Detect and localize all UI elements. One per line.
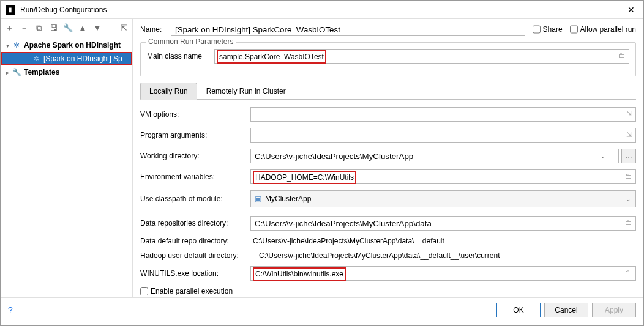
chevron-right-icon[interactable]: ▸ [3,69,12,76]
wrench-icon[interactable]: 🔧 [63,23,73,33]
tree-item-spark-config[interactable]: ✲ [Spark on HDInsight] Sp [1,52,132,65]
tree-item-spark-hdinsight[interactable]: ▾ ✲ Apache Spark on HDInsight [1,39,132,52]
window-title: Run/Debug Configurations [20,6,624,14]
chevron-down-icon[interactable]: ⌄ [601,153,605,159]
chevron-down-icon: ⌄ [626,196,631,202]
run-tabs: Locally Run Remotely Run in Cluster [140,83,636,100]
help-icon[interactable]: ? [8,305,13,315]
share-checkbox[interactable]: Share [533,23,563,36]
remove-icon[interactable]: － [19,23,29,33]
working-dir-label: Working directory: [140,152,250,160]
wrench-icon: 🔧 [12,67,21,77]
tree-label: Apache Spark on HDInsight [24,41,121,50]
spark-icon: ✲ [12,40,21,50]
vm-options-label: VM options: [140,110,250,119]
winutils-value: C:\WinUtils\bin\winutils.exe [253,267,346,281]
config-tree: ▾ ✲ Apache Spark on HDInsight ✲ [Spark o… [1,37,132,297]
allow-parallel-checkbox[interactable]: Allow parallel run [570,23,636,36]
sidebar: ＋ － ⧉ 🖫 🔧 ▲ ▼ ⇱ ▾ ✲ Apache Spark on HDIn… [1,19,133,297]
close-icon[interactable]: ✕ [624,5,638,15]
spark-icon: ✲ [31,54,41,64]
tab-remotely-run[interactable]: Remotely Run in Cluster [197,83,295,100]
data-default-label: Data default repo directory: [140,237,250,245]
env-vars-label: Environment variables: [140,172,250,181]
main-panel: Name: Share Allow parallel run Common Ru… [133,19,643,297]
titlebar: ▮ Run/Debug Configurations ✕ [1,1,643,19]
chevron-down-icon[interactable]: ▾ [3,42,12,49]
working-dir-input[interactable] [250,149,619,163]
apply-button[interactable]: Apply [592,303,636,317]
program-args-label: Program arguments: [140,131,250,139]
down-icon[interactable]: ▼ [92,23,102,33]
vm-options-input[interactable] [250,107,636,122]
module-icon: ▣ [255,194,261,203]
app-icon: ▮ [6,5,15,15]
tab-locally-run[interactable]: Locally Run [140,83,197,100]
classpath-label: Use classpath of module: [140,194,250,203]
hadoop-default-label: Hadoop user default directory: [140,251,256,260]
program-args-input[interactable] [250,128,636,143]
common-params-fieldset: Common Run Parameters Main class name sa… [140,42,636,76]
classpath-select[interactable]: ▣ MyClusterApp ⌄ [250,190,636,207]
name-label: Name: [140,25,171,34]
save-icon[interactable]: 🖫 [48,23,58,33]
enable-parallel-checkbox[interactable]: Enable parallel execution [140,287,636,295]
hadoop-default-value: C:\Users\v-jiche\IdeaProjects\MyClusterA… [256,251,636,260]
tree-label: Templates [24,68,59,76]
fieldset-title: Common Run Parameters [146,37,236,46]
name-input[interactable] [171,23,525,36]
main-class-label: Main class name [147,52,214,61]
up-icon[interactable]: ▲ [78,23,88,33]
browse-button[interactable]: … [621,149,636,163]
ok-button[interactable]: OK [496,303,541,317]
add-icon[interactable]: ＋ [4,23,14,33]
cancel-button[interactable]: Cancel [544,303,588,317]
sidebar-toolbar: ＋ － ⧉ 🖫 🔧 ▲ ▼ ⇱ [1,19,132,37]
env-vars-value: HADOOP_HOME=C:\WinUtils [253,171,356,184]
data-default-value: C:\Users\v-jiche\IdeaProjects\MyClusterA… [250,237,636,245]
tree-label: [Spark on HDInsight] Sp [43,54,122,63]
classpath-value: MyClusterApp [265,194,311,203]
expand-icon[interactable]: ⇱ [119,23,129,33]
data-repo-label: Data repositories directory: [140,219,250,228]
dialog-buttons: ? OK Cancel Apply [1,297,643,322]
winutils-label: WINUTILS.exe location: [140,269,250,278]
data-repo-input[interactable] [250,216,636,231]
copy-icon[interactable]: ⧉ [34,23,43,33]
main-class-value: sample.SparkCore_WasbIOTest [217,50,326,64]
tree-item-templates[interactable]: ▸ 🔧 Templates [1,65,132,79]
